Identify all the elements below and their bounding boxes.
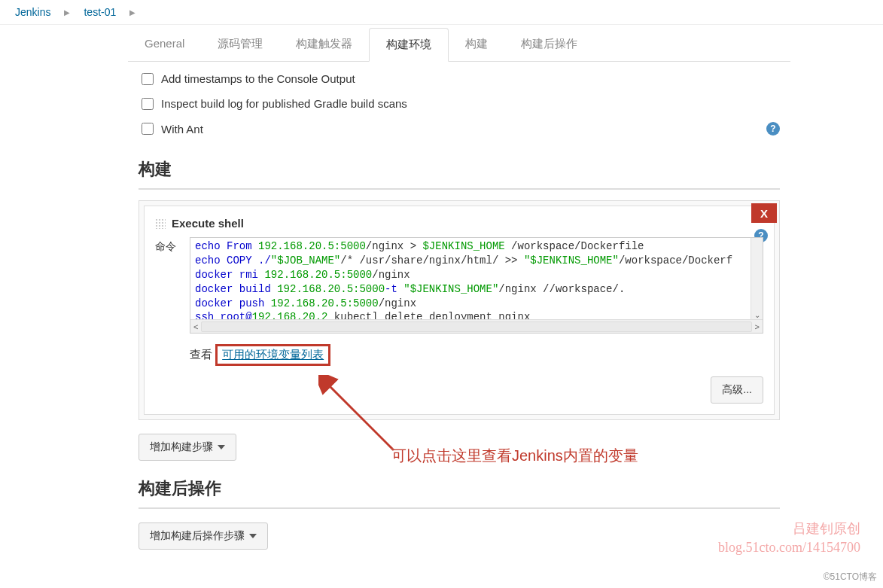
section-post-title: 构建后操作 [139,477,780,509]
tab-scm[interactable]: 源码管理 [201,28,279,61]
chevron-down-icon [249,534,257,538]
chevron-right-icon: ▶ [129,8,135,17]
advanced-button[interactable]: 高级... [711,376,763,404]
step-title: Execute shell [172,217,244,230]
checkbox-timestamps-label: Add timestamps to the Console Output [161,72,355,85]
tab-build[interactable]: 构建 [449,28,504,61]
build-step: X ? Execute shell 命令 echo From 192.168.2… [139,200,780,420]
checkbox-gradle-scan[interactable] [142,98,154,110]
tab-post[interactable]: 构建后操作 [504,28,594,61]
env-variables-link[interactable]: 可用的环境变量列表 [215,344,330,366]
tab-general[interactable]: General [128,28,201,61]
scrollbar-vertical[interactable]: ⌄ [751,238,763,319]
checkbox-with-ant[interactable] [142,123,154,135]
chevron-down-icon [218,445,225,449]
config-tabs: General 源码管理 构建触发器 构建环境 构建 构建后操作 [128,28,790,62]
checkbox-with-ant-label: With Ant [161,123,203,136]
breadcrumb: Jenkins ▶ test-01 ▶ [0,0,883,25]
command-label: 命令 [155,237,182,254]
drag-handle-icon[interactable] [155,218,166,229]
add-post-build-button[interactable]: 增加构建后操作步骤 [139,522,268,550]
scrollbar-horizontal[interactable]: <> [190,319,763,333]
delete-step-button[interactable]: X [751,203,777,223]
help-icon[interactable]: ? [766,122,780,136]
checkbox-timestamps[interactable] [142,73,154,85]
breadcrumb-home[interactable]: Jenkins [15,6,50,18]
footer-watermark: ©51CTO博客 [824,571,877,583]
annotation-text: 可以点击这里查看Jenkins内置的变量 [391,446,638,466]
add-build-step-button[interactable]: 增加构建步骤 [139,434,236,461]
env-link-prefix: 查看 [190,348,215,361]
tab-build-env[interactable]: 构建环境 [369,28,449,62]
checkbox-gradle-scan-label: Inspect build log for published Gradle b… [161,97,407,110]
watermark: 吕建钊原创 blog.51cto.com/14154700 [718,519,860,557]
chevron-right-icon: ▶ [64,8,70,17]
section-build-title: 构建 [139,158,780,190]
shell-command-input[interactable]: echo From 192.168.20.5:5000/nginx > $JEN… [190,237,763,334]
tab-triggers[interactable]: 构建触发器 [279,28,369,61]
breadcrumb-job[interactable]: test-01 [84,6,116,18]
